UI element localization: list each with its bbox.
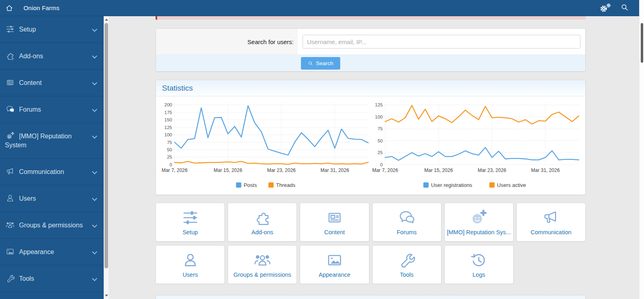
posts-threads-chart: 0255075100125150175200Mar 7, 2026Mar 15,… [160, 99, 371, 193]
user-icon [5, 194, 15, 203]
smiley-plus-icon [5, 131, 15, 140]
tile-mmo-reputation-system[interactable]: [MMO] Reputation Sys... [444, 203, 514, 242]
sidebar-item-label: Forums [19, 106, 41, 113]
svg-text:Mar 15, 2026: Mar 15, 2026 [214, 168, 243, 173]
tile-label: Appearance [319, 271, 350, 278]
chevron-down-icon [92, 134, 97, 139]
sidebar-item-groups-permissions[interactable]: Groups & permissions [0, 212, 104, 239]
search-button-label: Search [316, 60, 333, 66]
search-button[interactable]: Search [301, 57, 340, 70]
sidebar-item-tools[interactable]: Tools [0, 265, 104, 292]
tile-label: Users [183, 271, 198, 278]
sidebar-scrollbar-thumb[interactable] [104, 23, 108, 268]
image-icon [325, 252, 344, 269]
svg-text:Mar 23, 2026: Mar 23, 2026 [478, 168, 506, 173]
tile-label: Tools [400, 271, 414, 278]
wrench-icon [397, 252, 416, 269]
sidebar-item-label: Content [19, 79, 42, 86]
svg-text:Threads: Threads [276, 182, 296, 188]
user-search-input[interactable] [303, 35, 580, 49]
svg-text:75: 75 [377, 126, 383, 131]
megaphone-icon [5, 167, 15, 176]
search-icon[interactable] [621, 3, 629, 13]
tile-logs[interactable]: Logs [444, 245, 514, 284]
tile-users[interactable]: Users [156, 245, 225, 284]
svg-text:50: 50 [167, 147, 172, 152]
chevron-down-icon [92, 80, 97, 85]
tile-groups-permissions[interactable]: Groups & permissions [228, 245, 297, 284]
next-panel-header-edge [156, 295, 586, 299]
svg-text:200: 200 [164, 102, 172, 107]
svg-text:50: 50 [377, 138, 383, 143]
tile-forums[interactable]: Forums [372, 203, 441, 242]
sliders-icon [5, 25, 15, 34]
sidebar-item-setup[interactable]: Setup [0, 16, 104, 43]
tile-add-ons[interactable]: Add-ons [228, 203, 297, 242]
puzzle-icon [5, 51, 15, 60]
sidebar-item-label: Add-ons [19, 53, 43, 59]
tile-content[interactable]: Content [300, 203, 369, 242]
chevron-down-icon [92, 53, 97, 59]
scroll-up-arrow-icon[interactable] [105, 19, 108, 21]
history-icon [469, 252, 488, 269]
svg-text:Mar 7, 2026: Mar 7, 2026 [162, 168, 188, 173]
svg-text:Mar 15, 2026: Mar 15, 2026 [424, 168, 453, 173]
user-icon [181, 252, 200, 269]
users-chart: 0255075100125Mar 7, 2026Mar 15, 2026Mar … [371, 99, 581, 193]
svg-text:75: 75 [167, 140, 172, 145]
sidebar-item-communication[interactable]: Communication [0, 159, 104, 185]
chevron-down-icon [92, 196, 97, 201]
tile-label: Communication [531, 229, 571, 235]
top-bar: Onion Farms [0, 0, 639, 16]
sidebar-item-mmo-reputation-system[interactable]: [MMO] Reputation System [0, 123, 104, 159]
sidebar: Setup Add-ons Content Forums [MMO] Reput… [0, 16, 104, 299]
svg-text:Posts: Posts [244, 182, 257, 188]
sidebar-item-label: Setup [19, 26, 36, 33]
sidebar-item-appearance[interactable]: Appearance [0, 239, 104, 265]
sidebar-scrollbar[interactable] [104, 16, 109, 299]
sidebar-item-label: Users [19, 195, 36, 202]
sidebar-item-label: Groups & permissions [19, 222, 83, 229]
chevron-down-icon [92, 249, 97, 254]
sidebar-item-label: Communication [19, 168, 64, 175]
chevron-down-icon [92, 169, 97, 174]
svg-text:100: 100 [375, 115, 383, 119]
gears-icon[interactable] [600, 3, 611, 13]
tile-setup[interactable]: Setup [156, 203, 225, 242]
svg-text:25: 25 [167, 155, 172, 159]
megaphone-icon [541, 209, 561, 226]
wrench-icon [5, 274, 15, 283]
chevron-down-icon [92, 223, 97, 228]
page-scrollbar[interactable] [639, 0, 644, 299]
tile-label: Add-ons [252, 229, 273, 235]
sidebar-item-users[interactable]: Users [0, 185, 104, 212]
svg-text:100: 100 [164, 132, 172, 137]
tile-communication[interactable]: Communication [516, 203, 586, 242]
image-icon [5, 247, 15, 256]
statistics-panel: Statistics 0255075100125150175200Mar 7, … [156, 80, 586, 195]
main-content: Search for users: Search Statistics 0255… [109, 16, 639, 299]
sidebar-item-add-ons[interactable]: Add-ons [0, 43, 104, 70]
tile-label: Groups & permissions [233, 271, 291, 278]
svg-text:0: 0 [170, 162, 172, 167]
sidebar-item-label: Tools [19, 275, 34, 282]
tile-label: Forums [397, 229, 417, 235]
sidebar-item-logs[interactable]: Logs [0, 292, 104, 299]
tile-tools[interactable]: Tools [372, 245, 441, 284]
svg-text:Mar 31, 2026: Mar 31, 2026 [531, 168, 560, 173]
users-group-icon [253, 252, 272, 269]
puzzle-icon [253, 209, 272, 226]
tile-appearance[interactable]: Appearance [300, 245, 369, 284]
sidebar-item-forums[interactable]: Forums [0, 96, 104, 123]
svg-text:175: 175 [164, 110, 172, 115]
user-search-panel: Search for users: Search [156, 28, 586, 72]
svg-text:Mar 31, 2026: Mar 31, 2026 [320, 168, 349, 173]
svg-text:Mar 23, 2026: Mar 23, 2026 [267, 168, 296, 173]
users-group-icon [5, 221, 15, 229]
chevron-down-icon [92, 27, 97, 32]
sidebar-item-content[interactable]: Content [0, 70, 104, 96]
page-scrollbar-thumb[interactable] [641, 23, 643, 63]
newspaper-icon [5, 78, 15, 87]
home-icon[interactable] [0, 4, 19, 12]
scroll-down-arrow-icon[interactable] [105, 295, 108, 297]
